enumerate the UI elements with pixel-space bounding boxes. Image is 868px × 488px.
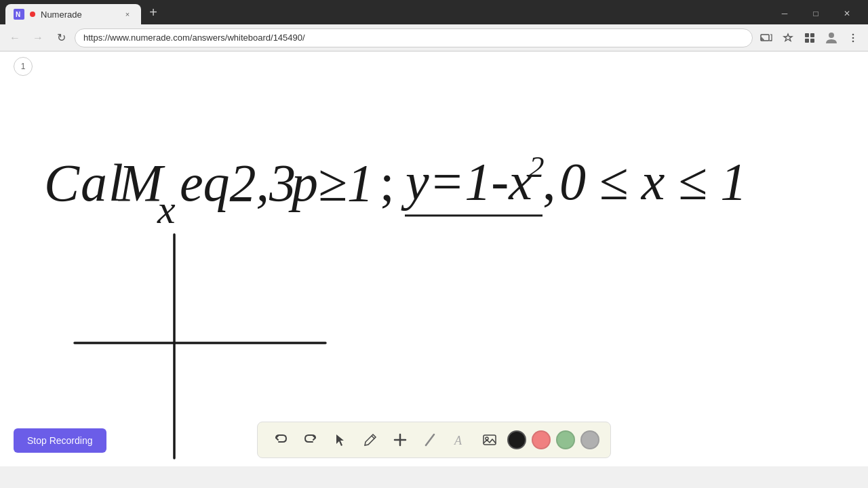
color-black-button[interactable] [507,430,526,449]
close-button[interactable]: ✕ [831,3,863,24]
math-content: Cal M x eq2,3 p≥1 ; y=1-x 2 , 0 ≤ x ≤ 1 [0,52,868,466]
svg-text:0 ≤ x ≤ 1: 0 ≤ x ≤ 1 [559,152,747,211]
whiteboard[interactable]: 1 Cal M x eq2,3 p≥1 ; y=1-x 2 , 0 ≤ x ≤ … [0,52,868,466]
stop-recording-button[interactable]: Stop Recording [14,428,106,453]
svg-text:y=1-x: y=1-x [401,152,532,211]
window-controls: ─ □ ✕ [769,3,863,24]
svg-point-10 [852,40,854,42]
recording-indicator [30,12,35,17]
svg-text:A: A [454,434,462,447]
tab-bar: N Numerade × + ─ □ ✕ [0,0,868,24]
color-pink-button[interactable] [532,430,551,449]
svg-point-9 [852,37,854,39]
select-tool-button[interactable] [328,428,353,452]
back-button[interactable]: ← [5,28,24,47]
drawing-toolbar: A [257,422,611,458]
color-gray-button[interactable] [580,430,599,449]
svg-rect-4 [810,33,814,37]
extensions-icon[interactable] [800,28,819,47]
undo-button[interactable] [269,428,293,452]
tab-title: Numerade [41,9,117,20]
new-tab-button[interactable]: + [144,3,163,22]
add-button[interactable] [388,428,412,452]
eraser-button[interactable] [418,428,442,452]
svg-text:;: ; [380,153,395,212]
active-tab[interactable]: N Numerade × [5,4,141,24]
svg-point-7 [829,33,834,38]
nav-bar: ← → ↻ https://www.numerade.com/answers/w… [0,24,868,52]
image-button[interactable] [477,428,502,452]
svg-text:eq2,3: eq2,3 [180,153,296,212]
svg-point-8 [852,33,854,35]
minimize-button[interactable]: ─ [769,3,800,24]
url-text: https://www.numerade.com/answers/whitebo… [83,33,744,43]
svg-text:Cal: Cal [44,153,125,212]
svg-line-24 [372,436,374,439]
color-green-button[interactable] [556,430,575,449]
pen-tool-button[interactable] [358,428,382,452]
svg-text:p≥1: p≥1 [288,153,374,212]
bookmark-icon[interactable] [778,28,797,47]
cast-icon[interactable] [757,28,776,47]
tab-favicon: N [14,9,24,20]
svg-text:,: , [542,152,556,211]
browser-menu-icon[interactable] [844,28,863,47]
maximize-button[interactable]: □ [800,3,831,24]
tab-close-button[interactable]: × [122,9,133,20]
text-tool-button[interactable]: A [448,428,472,452]
nav-icons [757,28,863,47]
svg-rect-6 [810,39,814,43]
address-bar[interactable]: https://www.numerade.com/answers/whitebo… [75,28,753,47]
svg-text:N: N [16,11,20,18]
svg-line-27 [426,434,434,445]
redo-button[interactable] [298,428,323,452]
svg-rect-3 [805,33,809,37]
forward-button[interactable]: → [28,28,47,47]
svg-text:x: x [157,187,176,232]
refresh-button[interactable]: ↻ [52,28,71,47]
profile-icon[interactable] [822,28,841,47]
svg-rect-29 [484,435,496,445]
svg-rect-5 [805,39,809,43]
